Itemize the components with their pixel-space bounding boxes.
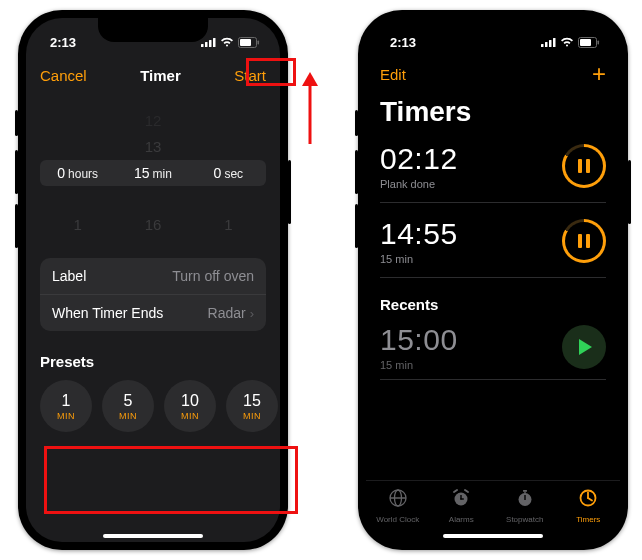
play-icon <box>579 339 592 355</box>
recent-timer-1[interactable]: 15:00 15 min <box>380 323 606 371</box>
notch <box>98 18 208 42</box>
ends-value: Radar <box>208 305 246 321</box>
pause-button[interactable] <box>562 144 606 188</box>
timer-label: 15 min <box>380 253 458 265</box>
settings-group: Label Turn off oven When Timer Ends Rada… <box>40 258 266 331</box>
notch <box>438 18 548 42</box>
alarm-icon <box>451 488 471 513</box>
svg-rect-0 <box>201 44 204 47</box>
preset-10min[interactable]: 10MIN <box>164 380 216 432</box>
home-indicator[interactable] <box>443 534 543 538</box>
tab-stopwatch[interactable]: Stopwatch <box>493 481 557 530</box>
label-value: Turn off oven <box>172 268 254 284</box>
globe-icon <box>388 488 408 513</box>
tab-timers[interactable]: Timers <box>557 481 621 530</box>
pause-icon <box>578 234 590 248</box>
recents-header: Recents <box>380 296 606 313</box>
presets-row: 1MIN 5MIN 10MIN 15MIN <box>40 380 266 432</box>
svg-rect-7 <box>541 44 544 47</box>
tab-alarms[interactable]: Alarms <box>430 481 494 530</box>
svg-rect-5 <box>240 39 251 46</box>
svg-rect-19 <box>461 498 465 499</box>
screen-timer-setup: 2:13 Cancel Timer Start 1 2 12 <box>26 18 280 542</box>
recent-time: 15:00 <box>380 323 458 357</box>
svg-rect-6 <box>258 40 260 44</box>
divider <box>380 379 606 380</box>
screen-timers-list: 2:13 Edit + Timers 02:12 Plank done <box>366 18 620 542</box>
svg-rect-1 <box>205 42 208 47</box>
home-indicator[interactable] <box>103 534 203 538</box>
presets-header: Presets <box>40 353 266 370</box>
svg-rect-25 <box>524 495 525 500</box>
svg-line-20 <box>454 490 457 492</box>
time-picker[interactable]: 1 2 12 13 14 16 17 18 1 2 3 <box>40 108 266 238</box>
battery-icon <box>238 37 260 48</box>
stopwatch-icon <box>515 488 535 513</box>
preset-15min[interactable]: 15MIN <box>226 380 278 432</box>
timer-label: Plank done <box>380 178 458 190</box>
nav-bar: Edit + <box>380 56 606 92</box>
timer-icon <box>578 488 598 513</box>
pause-icon <box>578 159 590 173</box>
battery-icon <box>578 37 600 48</box>
start-button[interactable]: Start <box>234 67 266 84</box>
divider <box>380 202 606 203</box>
label-key: Label <box>52 268 86 284</box>
status-time: 2:13 <box>50 35 76 50</box>
chevron-right-icon: › <box>250 306 254 321</box>
label-row[interactable]: Label Turn off oven <box>40 258 266 294</box>
when-ends-row[interactable]: When Timer Ends Radar› <box>40 294 266 331</box>
wifi-icon <box>560 37 574 47</box>
play-button[interactable] <box>562 325 606 369</box>
svg-rect-24 <box>524 491 525 493</box>
phone-frame-left: 2:13 Cancel Timer Start 1 2 12 <box>18 10 288 550</box>
status-icons <box>201 37 260 48</box>
pause-button[interactable] <box>562 219 606 263</box>
add-timer-button[interactable]: + <box>592 62 606 86</box>
status-icons <box>541 37 600 48</box>
tab-world-clock[interactable]: World Clock <box>366 481 430 530</box>
phone-frame-right: 2:13 Edit + Timers 02:12 Plank done <box>358 10 628 550</box>
nav-title: Timer <box>140 67 181 84</box>
nav-bar: Cancel Timer Start <box>40 56 266 94</box>
svg-rect-3 <box>213 38 216 47</box>
preset-5min[interactable]: 5MIN <box>102 380 154 432</box>
timer-time: 14:55 <box>380 217 458 251</box>
edit-button[interactable]: Edit <box>380 66 406 83</box>
svg-rect-9 <box>549 40 552 47</box>
page-title: Timers <box>380 96 606 128</box>
active-timer-2[interactable]: 14:55 15 min <box>380 213 606 269</box>
annotation-arrow <box>298 70 322 146</box>
active-timer-1[interactable]: 02:12 Plank done <box>380 138 606 194</box>
svg-rect-10 <box>553 38 556 47</box>
svg-rect-12 <box>580 39 591 46</box>
signal-icon <box>541 37 556 47</box>
signal-icon <box>201 37 216 47</box>
svg-line-21 <box>465 490 468 492</box>
svg-rect-2 <box>209 40 212 47</box>
cancel-button[interactable]: Cancel <box>40 67 87 84</box>
divider <box>380 277 606 278</box>
svg-rect-13 <box>598 40 600 44</box>
preset-1min[interactable]: 1MIN <box>40 380 92 432</box>
timer-time: 02:12 <box>380 142 458 176</box>
wifi-icon <box>220 37 234 47</box>
picker-selection: 0hours 15min 0sec <box>40 160 266 186</box>
status-time: 2:13 <box>390 35 416 50</box>
tab-bar: World Clock Alarms Stopwatch Timers <box>366 480 620 542</box>
recent-label: 15 min <box>380 359 458 371</box>
ends-key: When Timer Ends <box>52 305 163 321</box>
svg-rect-8 <box>545 42 548 47</box>
